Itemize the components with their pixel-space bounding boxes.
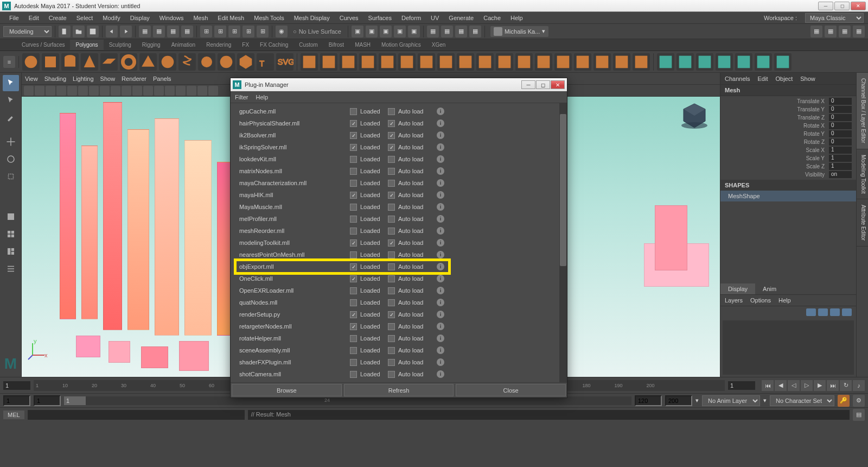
mesh-icon[interactable] (359, 53, 376, 71)
menu-mesh[interactable]: Mesh (188, 15, 213, 21)
mesh-icon[interactable] (418, 53, 435, 71)
info-icon[interactable]: i (437, 299, 444, 306)
poly-plane-icon[interactable] (100, 53, 118, 71)
script-language-button[interactable]: MEL (3, 411, 24, 419)
vp-icon[interactable] (35, 86, 44, 96)
mesh-icon[interactable] (398, 53, 416, 71)
poly-pyramid-icon[interactable] (139, 53, 157, 71)
info-icon[interactable]: i (437, 203, 444, 211)
autoload-checkbox[interactable] (388, 132, 395, 139)
mesh-icon[interactable] (535, 53, 552, 71)
menu-uv[interactable]: UV (426, 15, 444, 21)
autoload-checkbox[interactable] (388, 299, 395, 306)
module-select[interactable]: Modeling (3, 26, 52, 37)
attr-value[interactable]: 0 (829, 130, 852, 137)
poly-gear-icon[interactable] (198, 53, 215, 71)
autoload-checkbox[interactable] (388, 144, 395, 151)
side-tab-modeling-toolkit[interactable]: Modeling Toolkit (857, 149, 868, 200)
workspace-select[interactable]: Maya Classic (805, 13, 864, 23)
channel-tab-object[interactable]: Object (775, 75, 793, 82)
info-icon[interactable]: i (437, 346, 444, 354)
layer-icon[interactable] (818, 308, 828, 316)
loaded-checkbox[interactable] (350, 204, 357, 211)
menu-deform[interactable]: Deform (397, 15, 426, 21)
sculpt-icon[interactable] (774, 53, 792, 71)
shelf-tab-fx-caching[interactable]: FX Caching (254, 40, 293, 50)
loaded-checkbox[interactable] (350, 263, 357, 270)
mesh-icon[interactable] (515, 53, 533, 71)
loaded-checkbox[interactable] (350, 192, 357, 199)
toggle-icon[interactable]: ▦ (427, 26, 439, 37)
autoload-checkbox[interactable] (388, 347, 395, 354)
layer-icon[interactable] (842, 308, 852, 316)
vp-menu-view[interactable]: View (25, 75, 38, 82)
layer-menu-layers[interactable]: Layers (725, 297, 743, 304)
dialog-titlebar[interactable]: M Plug-in Manager ─ ◻ ✕ (231, 78, 567, 91)
redo-icon[interactable] (120, 26, 132, 37)
layer-icon[interactable] (806, 308, 816, 316)
layout-icon[interactable]: ▦ (825, 26, 837, 37)
info-icon[interactable]: i (437, 263, 444, 270)
new-scene-icon[interactable] (59, 26, 71, 37)
shelf-tab-xgen[interactable]: XGen (426, 40, 451, 50)
anim-layer-select[interactable]: No Anim Layer (702, 395, 760, 406)
autoload-checkbox[interactable] (388, 120, 395, 127)
loaded-checkbox[interactable] (350, 216, 357, 223)
select-mode-icon[interactable]: ▦ (181, 26, 193, 37)
layer-list[interactable] (723, 320, 854, 375)
info-icon[interactable]: i (437, 311, 444, 318)
vp-icon[interactable] (78, 86, 88, 96)
menu-windows[interactable]: Windows (155, 15, 189, 21)
mesh-icon[interactable] (554, 53, 572, 71)
loaded-checkbox[interactable] (350, 180, 357, 187)
vp-menu-panels[interactable]: Panels (153, 75, 171, 82)
shelf-tab-rigging[interactable]: Rigging (137, 40, 166, 50)
shelf-tab-fx[interactable]: FX (237, 40, 254, 50)
user-account[interactable]: Michalis Ka... ▾ (490, 26, 548, 37)
current-frame-start[interactable]: 1 (3, 381, 30, 390)
lasso-tool[interactable] (3, 92, 19, 109)
sculpt-icon[interactable] (657, 53, 674, 71)
tab-anim[interactable]: Anim (755, 283, 784, 294)
save-scene-icon[interactable] (87, 26, 99, 37)
menu-file[interactable]: File (4, 15, 24, 21)
attr-value[interactable]: 0 (829, 138, 852, 146)
command-input[interactable] (28, 410, 245, 420)
render-icon[interactable]: ▣ (394, 26, 406, 37)
shelf-tab-bifrost[interactable]: Bifrost (323, 40, 349, 50)
menu-filter[interactable]: Filter (235, 94, 248, 100)
loaded-checkbox[interactable] (350, 323, 357, 330)
play-back-button[interactable]: ◁ (788, 380, 800, 391)
view-cube[interactable] (678, 99, 711, 132)
node-name[interactable]: Mesh (720, 85, 856, 96)
attr-value[interactable]: 0 (829, 122, 852, 129)
sculpt-icon[interactable] (755, 53, 772, 71)
attr-value[interactable]: 1 (829, 163, 852, 170)
attr-value[interactable]: 1 (829, 155, 852, 162)
menu-select[interactable]: Select (72, 15, 98, 21)
menu-create[interactable]: Create (44, 15, 72, 21)
loaded-checkbox[interactable] (350, 311, 357, 318)
toggle-icon[interactable]: ▦ (455, 26, 467, 37)
range-start-input[interactable] (3, 395, 30, 406)
select-mode-icon[interactable]: ▦ (153, 26, 165, 37)
info-icon[interactable]: i (437, 179, 444, 187)
layout-four[interactable] (3, 226, 19, 242)
poly-sphere-icon[interactable] (22, 53, 40, 71)
loaded-checkbox[interactable] (350, 168, 357, 175)
vp-icon[interactable] (111, 86, 120, 96)
info-icon[interactable]: i (437, 119, 444, 127)
poly-cone-icon[interactable] (81, 53, 98, 71)
separate-icon[interactable] (320, 53, 337, 71)
mesh-icon[interactable] (437, 53, 455, 71)
shelf-tab-custom[interactable]: Custom (293, 40, 323, 50)
side-tab-channelbox[interactable]: Channel Box / Layer Editor (857, 73, 868, 149)
anim-start-input[interactable] (34, 395, 61, 406)
attr-value[interactable]: 0 (829, 114, 852, 121)
menu-mesh-display[interactable]: Mesh Display (289, 15, 335, 21)
select-mode-icon[interactable]: ▦ (139, 26, 151, 37)
vp-icon[interactable] (122, 86, 131, 96)
loaded-checkbox[interactable] (350, 371, 357, 378)
autoload-checkbox[interactable] (388, 371, 395, 378)
sculpt-icon[interactable] (676, 53, 694, 71)
